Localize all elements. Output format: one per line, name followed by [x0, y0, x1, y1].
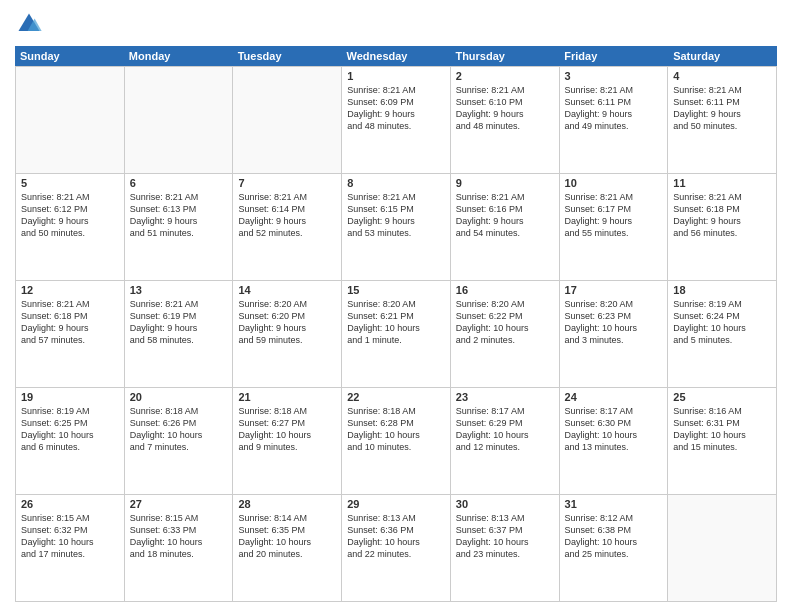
cal-cell-17: 17Sunrise: 8:20 AM Sunset: 6:23 PM Dayli…: [560, 281, 669, 387]
cal-cell-29: 29Sunrise: 8:13 AM Sunset: 6:36 PM Dayli…: [342, 495, 451, 601]
calendar: SundayMondayTuesdayWednesdayThursdayFrid…: [15, 46, 777, 602]
cal-cell-4: 4Sunrise: 8:21 AM Sunset: 6:11 PM Daylig…: [668, 67, 777, 173]
cal-cell-13: 13Sunrise: 8:21 AM Sunset: 6:19 PM Dayli…: [125, 281, 234, 387]
day-number: 28: [238, 498, 336, 510]
day-info: Sunrise: 8:15 AM Sunset: 6:32 PM Dayligh…: [21, 512, 119, 561]
day-info: Sunrise: 8:19 AM Sunset: 6:24 PM Dayligh…: [673, 298, 771, 347]
calendar-body: 1Sunrise: 8:21 AM Sunset: 6:09 PM Daylig…: [15, 66, 777, 602]
weekday-header-friday: Friday: [559, 46, 668, 66]
day-number: 8: [347, 177, 445, 189]
cal-cell-15: 15Sunrise: 8:20 AM Sunset: 6:21 PM Dayli…: [342, 281, 451, 387]
cal-cell-11: 11Sunrise: 8:21 AM Sunset: 6:18 PM Dayli…: [668, 174, 777, 280]
day-info: Sunrise: 8:20 AM Sunset: 6:21 PM Dayligh…: [347, 298, 445, 347]
day-number: 12: [21, 284, 119, 296]
cal-cell-empty-2: [233, 67, 342, 173]
logo: [15, 10, 47, 38]
cal-cell-8: 8Sunrise: 8:21 AM Sunset: 6:15 PM Daylig…: [342, 174, 451, 280]
day-number: 30: [456, 498, 554, 510]
day-info: Sunrise: 8:20 AM Sunset: 6:23 PM Dayligh…: [565, 298, 663, 347]
day-number: 26: [21, 498, 119, 510]
day-info: Sunrise: 8:16 AM Sunset: 6:31 PM Dayligh…: [673, 405, 771, 454]
day-number: 24: [565, 391, 663, 403]
day-info: Sunrise: 8:13 AM Sunset: 6:36 PM Dayligh…: [347, 512, 445, 561]
cal-cell-22: 22Sunrise: 8:18 AM Sunset: 6:28 PM Dayli…: [342, 388, 451, 494]
day-number: 11: [673, 177, 771, 189]
day-info: Sunrise: 8:13 AM Sunset: 6:37 PM Dayligh…: [456, 512, 554, 561]
week-row-2: 5Sunrise: 8:21 AM Sunset: 6:12 PM Daylig…: [16, 174, 777, 281]
day-info: Sunrise: 8:21 AM Sunset: 6:14 PM Dayligh…: [238, 191, 336, 240]
cal-cell-6: 6Sunrise: 8:21 AM Sunset: 6:13 PM Daylig…: [125, 174, 234, 280]
day-info: Sunrise: 8:18 AM Sunset: 6:28 PM Dayligh…: [347, 405, 445, 454]
cal-cell-empty-0: [16, 67, 125, 173]
day-info: Sunrise: 8:21 AM Sunset: 6:09 PM Dayligh…: [347, 84, 445, 133]
calendar-header: SundayMondayTuesdayWednesdayThursdayFrid…: [15, 46, 777, 66]
day-info: Sunrise: 8:12 AM Sunset: 6:38 PM Dayligh…: [565, 512, 663, 561]
cal-cell-31: 31Sunrise: 8:12 AM Sunset: 6:38 PM Dayli…: [560, 495, 669, 601]
day-info: Sunrise: 8:21 AM Sunset: 6:19 PM Dayligh…: [130, 298, 228, 347]
cal-cell-10: 10Sunrise: 8:21 AM Sunset: 6:17 PM Dayli…: [560, 174, 669, 280]
day-info: Sunrise: 8:21 AM Sunset: 6:18 PM Dayligh…: [673, 191, 771, 240]
day-info: Sunrise: 8:20 AM Sunset: 6:20 PM Dayligh…: [238, 298, 336, 347]
day-number: 10: [565, 177, 663, 189]
day-info: Sunrise: 8:19 AM Sunset: 6:25 PM Dayligh…: [21, 405, 119, 454]
cal-cell-26: 26Sunrise: 8:15 AM Sunset: 6:32 PM Dayli…: [16, 495, 125, 601]
cal-cell-5: 5Sunrise: 8:21 AM Sunset: 6:12 PM Daylig…: [16, 174, 125, 280]
day-number: 5: [21, 177, 119, 189]
week-row-4: 19Sunrise: 8:19 AM Sunset: 6:25 PM Dayli…: [16, 388, 777, 495]
page-container: SundayMondayTuesdayWednesdayThursdayFrid…: [0, 0, 792, 612]
day-info: Sunrise: 8:15 AM Sunset: 6:33 PM Dayligh…: [130, 512, 228, 561]
day-number: 14: [238, 284, 336, 296]
day-info: Sunrise: 8:21 AM Sunset: 6:18 PM Dayligh…: [21, 298, 119, 347]
cal-cell-24: 24Sunrise: 8:17 AM Sunset: 6:30 PM Dayli…: [560, 388, 669, 494]
day-info: Sunrise: 8:21 AM Sunset: 6:13 PM Dayligh…: [130, 191, 228, 240]
day-number: 4: [673, 70, 771, 82]
day-number: 9: [456, 177, 554, 189]
day-number: 23: [456, 391, 554, 403]
cal-cell-30: 30Sunrise: 8:13 AM Sunset: 6:37 PM Dayli…: [451, 495, 560, 601]
day-info: Sunrise: 8:14 AM Sunset: 6:35 PM Dayligh…: [238, 512, 336, 561]
day-number: 21: [238, 391, 336, 403]
day-number: 15: [347, 284, 445, 296]
weekday-header-wednesday: Wednesday: [342, 46, 451, 66]
day-number: 7: [238, 177, 336, 189]
day-info: Sunrise: 8:21 AM Sunset: 6:12 PM Dayligh…: [21, 191, 119, 240]
day-number: 1: [347, 70, 445, 82]
logo-icon: [15, 10, 43, 38]
cal-cell-23: 23Sunrise: 8:17 AM Sunset: 6:29 PM Dayli…: [451, 388, 560, 494]
day-info: Sunrise: 8:21 AM Sunset: 6:16 PM Dayligh…: [456, 191, 554, 240]
day-number: 2: [456, 70, 554, 82]
day-number: 25: [673, 391, 771, 403]
cal-cell-28: 28Sunrise: 8:14 AM Sunset: 6:35 PM Dayli…: [233, 495, 342, 601]
day-number: 3: [565, 70, 663, 82]
day-number: 13: [130, 284, 228, 296]
cal-cell-25: 25Sunrise: 8:16 AM Sunset: 6:31 PM Dayli…: [668, 388, 777, 494]
cal-cell-7: 7Sunrise: 8:21 AM Sunset: 6:14 PM Daylig…: [233, 174, 342, 280]
cal-cell-16: 16Sunrise: 8:20 AM Sunset: 6:22 PM Dayli…: [451, 281, 560, 387]
day-number: 20: [130, 391, 228, 403]
weekday-header-sunday: Sunday: [15, 46, 124, 66]
cal-cell-14: 14Sunrise: 8:20 AM Sunset: 6:20 PM Dayli…: [233, 281, 342, 387]
cal-cell-3: 3Sunrise: 8:21 AM Sunset: 6:11 PM Daylig…: [560, 67, 669, 173]
day-number: 22: [347, 391, 445, 403]
day-info: Sunrise: 8:21 AM Sunset: 6:11 PM Dayligh…: [673, 84, 771, 133]
cal-cell-19: 19Sunrise: 8:19 AM Sunset: 6:25 PM Dayli…: [16, 388, 125, 494]
cal-cell-2: 2Sunrise: 8:21 AM Sunset: 6:10 PM Daylig…: [451, 67, 560, 173]
day-info: Sunrise: 8:17 AM Sunset: 6:29 PM Dayligh…: [456, 405, 554, 454]
weekday-header-saturday: Saturday: [668, 46, 777, 66]
cal-cell-18: 18Sunrise: 8:19 AM Sunset: 6:24 PM Dayli…: [668, 281, 777, 387]
cal-cell-20: 20Sunrise: 8:18 AM Sunset: 6:26 PM Dayli…: [125, 388, 234, 494]
page-header: [15, 10, 777, 38]
day-number: 27: [130, 498, 228, 510]
day-number: 31: [565, 498, 663, 510]
cal-cell-27: 27Sunrise: 8:15 AM Sunset: 6:33 PM Dayli…: [125, 495, 234, 601]
day-number: 6: [130, 177, 228, 189]
weekday-header-thursday: Thursday: [450, 46, 559, 66]
day-number: 18: [673, 284, 771, 296]
week-row-3: 12Sunrise: 8:21 AM Sunset: 6:18 PM Dayli…: [16, 281, 777, 388]
day-info: Sunrise: 8:20 AM Sunset: 6:22 PM Dayligh…: [456, 298, 554, 347]
day-info: Sunrise: 8:21 AM Sunset: 6:15 PM Dayligh…: [347, 191, 445, 240]
week-row-5: 26Sunrise: 8:15 AM Sunset: 6:32 PM Dayli…: [16, 495, 777, 602]
day-number: 16: [456, 284, 554, 296]
cal-cell-21: 21Sunrise: 8:18 AM Sunset: 6:27 PM Dayli…: [233, 388, 342, 494]
cal-cell-empty-1: [125, 67, 234, 173]
